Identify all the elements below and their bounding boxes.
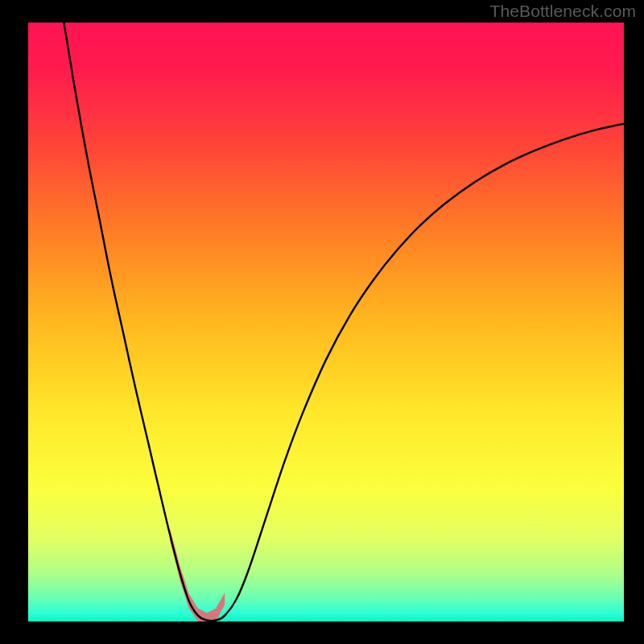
watermark-label: TheBottleneck.com [490, 2, 636, 21]
chart-stage: TheBottleneck.com [0, 0, 644, 644]
gradient-background [28, 23, 624, 621]
chart-svg [0, 0, 644, 644]
